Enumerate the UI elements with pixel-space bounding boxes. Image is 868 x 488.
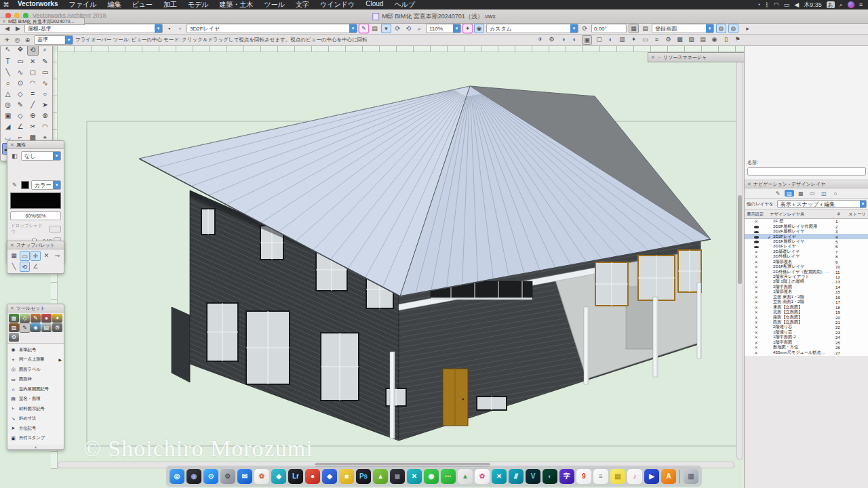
layer-column-0[interactable]: 表示設定	[747, 211, 770, 218]
dock-trash-icon[interactable]: ▥	[684, 469, 698, 484]
other-layers-select[interactable]: 表示＋スナップ＋編集▾	[777, 200, 867, 208]
dock-tv-icon[interactable]: ▶	[644, 469, 659, 484]
resource-manager-collapsed-bar[interactable]: ✕ − リソースマネージャ	[648, 52, 744, 62]
dock-photos-icon[interactable]: ✿	[254, 469, 269, 484]
edit-pen-icon[interactable]: ✎	[359, 24, 368, 33]
menu-item-4[interactable]: 加工	[158, 0, 182, 9]
flyover-mode-icon[interactable]: ✈	[3, 36, 12, 44]
trim-tool-icon[interactable]: ✂	[27, 121, 39, 131]
layer-hidden-icon[interactable]: ✕	[745, 289, 768, 294]
display-mirroring-icon[interactable]: ▭	[784, 1, 790, 8]
zoom-level-select[interactable]: 110%▾	[426, 24, 461, 33]
multi-pane-icon[interactable]: ▤	[641, 24, 650, 33]
pen-style-icon[interactable]: ✎	[10, 181, 19, 189]
bluetooth-icon[interactable]: ᛒ	[765, 1, 768, 8]
spotlight-icon[interactable]: ⌕	[840, 1, 843, 9]
room-name-tool[interactable]: ▤室名・面積	[7, 394, 64, 405]
dock-vectorworks-x-icon[interactable]: ✕	[492, 469, 507, 484]
active-layer-select[interactable]: 3D2Fレイヤ▾	[186, 24, 357, 33]
dock-photoshop-icon[interactable]: Ps	[356, 469, 371, 484]
dock-photos2-icon[interactable]: ✿	[475, 469, 490, 484]
dock-safari-icon[interactable]: ⊙	[203, 469, 218, 484]
apple-menu-icon[interactable]: ⌘	[0, 1, 12, 8]
snap-point-icon[interactable]: ✛	[31, 251, 41, 261]
layer-hidden-icon[interactable]: ✕	[745, 279, 768, 284]
dock-teal-app-icon[interactable]: ◈	[271, 469, 286, 484]
dock-blue-app-icon[interactable]: ◆	[322, 469, 337, 484]
wifi-icon[interactable]: ◠	[774, 1, 779, 8]
toolset-detail-icon[interactable]: ◈	[31, 323, 41, 332]
same-point-survey-tool[interactable]: ⌖同一点上測量▶	[7, 355, 64, 365]
single-pane-icon[interactable]: ▦	[629, 24, 639, 33]
update-gear-icon[interactable]: ⚙	[664, 35, 673, 43]
eyedropper-tool-icon[interactable]: ✎	[39, 56, 51, 66]
ramp-tool-icon[interactable]: ◢	[2, 121, 14, 131]
fill-bucket-icon[interactable]: ◧	[10, 152, 19, 160]
notification-center-icon[interactable]: ≡	[859, 1, 863, 8]
layer-visible-icon[interactable]	[745, 235, 768, 239]
visibility-icon[interactable]: ◉	[710, 35, 719, 43]
text-tool-icon[interactable]: T	[2, 56, 14, 66]
dock-maps-icon[interactable]: ▲	[458, 469, 473, 484]
pen-color-preview[interactable]	[10, 192, 61, 209]
angle-tool-icon[interactable]: ∠	[14, 121, 26, 131]
layer-hidden-icon[interactable]: ✕	[745, 285, 768, 289]
layer-column-2[interactable]: #	[837, 211, 848, 218]
snap-arc-icon[interactable]: ⟲	[20, 262, 30, 272]
cloud-sync-icon[interactable]: ▾	[381, 24, 391, 33]
nav-classes-icon[interactable]: ✎	[773, 190, 783, 197]
snap-edge-icon[interactable]: ╲	[9, 262, 19, 270]
layer-hidden-icon[interactable]: ✕	[745, 325, 768, 329]
toolset-massing-icon[interactable]: ●	[41, 314, 52, 323]
layer-column-3[interactable]: ストーリ	[848, 211, 868, 218]
palette-collapse-nub[interactable]: ▾	[7, 445, 64, 449]
menu-item-5[interactable]: モデル	[182, 0, 214, 9]
menu-item-2[interactable]: 編集	[102, 0, 126, 9]
polygon-tool-icon[interactable]: △	[2, 89, 14, 99]
toolset-close-icon[interactable]: ✕	[10, 306, 14, 311]
tab-close-icon[interactable]: ✕	[2, 19, 6, 24]
opacity-button[interactable]: 60%/60%	[10, 211, 61, 220]
nav-sheet-layers-icon[interactable]: ▦	[796, 190, 806, 197]
layer-hidden-icon[interactable]: ✕	[745, 305, 768, 310]
spline-tool-icon[interactable]: ∿	[39, 78, 51, 88]
design-layer-row[interactable]: ✕455mm尺モジュール軌道…27	[745, 350, 868, 354]
dock-striped-teal-icon[interactable]: ⫻	[509, 469, 524, 484]
snap-object-icon[interactable]: ▭	[20, 251, 30, 261]
dock-kanji-app-icon[interactable]: 字	[559, 469, 574, 484]
interior-elevation-tool[interactable]: ⌂室内展開図記号	[7, 384, 64, 394]
toolset-lighting-icon[interactable]: ✦	[52, 314, 62, 323]
document-tab[interactable]: ✕ M邸 BIM化 推進本部2024070...	[0, 18, 85, 25]
north-arrow-tool[interactable]: ➤方位記号	[7, 424, 64, 434]
resource-manager-collapse-icon[interactable]: −	[658, 55, 660, 60]
angled-dimension-tool[interactable]: ↘斜め寸法	[7, 414, 64, 424]
callout-tool-icon[interactable]: ▭	[14, 56, 26, 66]
dock-messages-icon[interactable]: ⋯	[441, 469, 456, 484]
menu-item-1[interactable]: ファイル	[63, 0, 102, 9]
standard-view-select[interactable]: カスタム▾	[486, 24, 578, 33]
dock-yellow-app-icon[interactable]: ■	[339, 469, 354, 484]
double-line-tool-icon[interactable]: =	[27, 89, 39, 99]
clip-cube-icon[interactable]: ▢	[595, 35, 604, 43]
sync-status-icon[interactable]: ◍	[716, 24, 726, 33]
dock-red-app-icon[interactable]: ●	[305, 469, 320, 484]
dock-final-cut-icon[interactable]: ✕	[407, 469, 422, 484]
sheet-border-tool[interactable]: ▭図面枠	[7, 375, 64, 385]
view-back-icon[interactable]: ◀	[3, 24, 12, 33]
snap-grid-icon[interactable]: ▦	[9, 251, 19, 260]
toolset-stairs-icon[interactable]: ▤	[41, 323, 52, 332]
dock-swirl-icon[interactable]: ◐	[542, 469, 557, 484]
render-settings-icon[interactable]: ⚙	[547, 35, 556, 43]
rectangle-tool-icon[interactable]: ▭	[39, 67, 51, 77]
rotate-tool-icon[interactable]: ⊕	[27, 110, 39, 121]
layer-hidden-icon[interactable]: ✕	[745, 219, 768, 224]
spiral-tool-icon[interactable]: ◎	[2, 100, 14, 110]
dock-lightroom-icon[interactable]: Lr	[288, 469, 303, 484]
menu-item-7[interactable]: ツール	[259, 0, 290, 9]
layer-hidden-icon[interactable]: ✕	[745, 274, 768, 279]
fill-style-select[interactable]: なし▾	[21, 151, 61, 161]
toolset-config-icon[interactable]: ⚙	[9, 333, 19, 342]
dock-facetime-icon[interactable]: ◉	[424, 469, 439, 484]
drawing-label-tool[interactable]: ◎図面ラベル	[7, 365, 64, 375]
rotation-angle-field[interactable]: 0.00°	[591, 24, 627, 33]
